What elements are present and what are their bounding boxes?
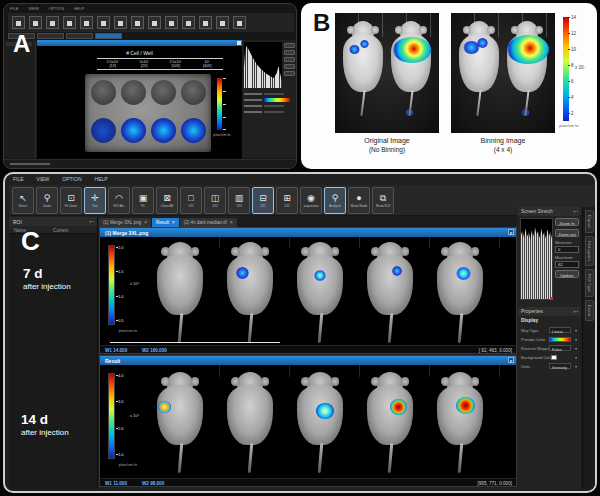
scrollbar[interactable] <box>110 342 280 344</box>
chevron-down-icon[interactable]: ▾ <box>575 328 577 333</box>
timepoint-annotation-14d: 14 d after injection <box>21 412 69 437</box>
menu-file[interactable]: FILE <box>10 6 18 11</box>
analysis-button[interactable]: ⚲Analysis <box>324 187 346 214</box>
color-value-dots: · · · <box>559 356 570 360</box>
side-tab-event[interactable]: Event <box>585 300 594 321</box>
close-icon[interactable]: × <box>230 220 233 228</box>
fit-button[interactable]: ▣Fit <box>132 187 154 214</box>
tool-icon[interactable] <box>199 16 212 29</box>
panel-a-toolbar <box>8 13 294 32</box>
maximum-input[interactable] <box>555 261 579 268</box>
panel-a-statusbar <box>4 159 296 168</box>
tool-icon[interactable] <box>12 16 25 29</box>
viewer1-titlebar[interactable]: (1) Merge 3XL.png× <box>100 228 516 237</box>
tool-icon[interactable] <box>63 16 76 29</box>
map-type-value[interactable]: Linear <box>549 327 571 333</box>
layout-1x1-button[interactable]: □1X1 <box>180 187 202 214</box>
more-icon[interactable]: ▾ <box>575 355 577 360</box>
tab-result[interactable]: Result× <box>152 218 179 227</box>
tool-icon[interactable] <box>131 16 144 29</box>
tool-icon[interactable] <box>97 16 110 29</box>
viewer1-canvas[interactable]: 2.0 1.5 1.0 0.5 x 10⁶ p/sec/cm²/sr <box>100 237 516 347</box>
right-dock: Screen Stretch▾ ▪ Zoom In Zoom out Minim… <box>518 207 580 489</box>
panel-pin-icons[interactable]: ▾ ▪ <box>89 219 94 224</box>
panel-pin-icons[interactable]: ▾ ▪ <box>573 309 578 314</box>
show-roi-button[interactable]: ⧉Show ROI <box>372 187 394 214</box>
menu-view[interactable]: VIEW <box>28 6 38 11</box>
menu-help[interactable]: HELP <box>95 176 108 182</box>
stretch-histogram[interactable] <box>520 218 553 300</box>
pan-button[interactable]: ✛Pan <box>84 187 106 214</box>
layout-2x2-button[interactable]: ⊞2X2 <box>276 187 298 214</box>
tool-icon[interactable] <box>233 16 246 29</box>
tool-icon[interactable] <box>46 16 59 29</box>
close-icon[interactable]: × <box>172 220 175 228</box>
side-tab-histogram[interactable]: Histogram <box>585 236 594 266</box>
mini-button[interactable] <box>284 43 295 48</box>
tool-icon[interactable] <box>114 16 127 29</box>
tab-dark-median[interactable]: (2) 4x dark median.tif× <box>180 218 237 227</box>
chevron-down-icon[interactable]: ▾ <box>575 337 577 342</box>
fit-zoom-icon: ⊡ <box>67 193 75 204</box>
zoom-icon: ⚲ <box>44 193 51 204</box>
minimum-input[interactable] <box>555 246 579 253</box>
mask-mode-button[interactable]: ●Mask Mode <box>348 187 370 214</box>
viewer2-canvas[interactable]: 4.0 3.0 2.0 1.0 x 10⁶ p/sec/cm²/sr <box>100 365 516 480</box>
tool-icon[interactable] <box>80 16 93 29</box>
tool-icon[interactable] <box>216 16 229 29</box>
menu-file[interactable]: FILE <box>13 176 24 182</box>
catheter-hub <box>522 109 529 116</box>
histogram-handle[interactable] <box>550 297 553 300</box>
tool-icon[interactable] <box>148 16 161 29</box>
image-tab[interactable] <box>37 33 64 39</box>
close-icon[interactable]: × <box>508 357 514 363</box>
tool-icon[interactable] <box>165 16 178 29</box>
layout-1x3-button[interactable]: ▥1X3 <box>228 187 250 214</box>
zoom-out-button[interactable]: Zoom out <box>555 229 579 237</box>
roi-arc-button[interactable]: ◠ROI Arc <box>108 187 130 214</box>
pseudo-color-gradient[interactable] <box>264 98 290 102</box>
tool-icon[interactable] <box>182 16 195 29</box>
units-value[interactable]: Intensity <box>549 363 571 369</box>
tab-merge-image[interactable]: (1) Merge 3XL.png× <box>99 218 151 227</box>
mini-button[interactable] <box>284 64 295 69</box>
tool-icon[interactable] <box>29 16 42 29</box>
layout-2x1-button[interactable]: ⊟2X1 <box>252 187 274 214</box>
panel-a-viewer-canvas[interactable]: # Cell / Well 2.5x10⁵[1X] 5x10⁵[2X] 2.5x… <box>37 46 242 159</box>
menu-help[interactable]: HELP <box>74 6 84 11</box>
panel-a-menubar: FILE VIEW OPTION HELP <box>10 6 84 11</box>
mini-button[interactable] <box>284 71 295 76</box>
luminescence-spot <box>314 270 326 281</box>
acquisition-button[interactable]: ◉acquisition <box>300 187 322 214</box>
close-icon[interactable]: × <box>144 220 147 228</box>
viewer2-titlebar[interactable]: Result× <box>100 356 516 365</box>
fit-zoom-button[interactable]: ⊡Fit Zoom <box>60 187 82 214</box>
close-icon[interactable]: × <box>508 229 514 235</box>
zoom-button[interactable]: ⚲Zoom <box>36 187 58 214</box>
update-button[interactable]: Update <box>555 270 579 278</box>
layout-1x2-button[interactable]: ◫1X2 <box>204 187 226 214</box>
side-tab-export[interactable]: Export <box>585 210 594 233</box>
image-tab[interactable] <box>66 33 93 39</box>
chevron-down-icon[interactable]: ▾ <box>575 364 577 369</box>
select-icon: ↖ <box>19 193 27 204</box>
close-all-button[interactable]: ⊠Close All <box>156 187 178 214</box>
mini-button[interactable] <box>284 50 295 55</box>
catheter-hub <box>406 109 413 116</box>
menu-view[interactable]: VIEW <box>37 176 50 182</box>
colorbar <box>217 78 222 130</box>
cursor-coordinates: [995, 771, 0.000] <box>478 481 512 486</box>
reverse-mapping-value[interactable]: False <box>549 345 571 351</box>
pseudo-color-gradient[interactable] <box>549 337 571 342</box>
chevron-down-icon[interactable]: ▾ <box>575 346 577 351</box>
image-tab-active[interactable] <box>95 33 122 39</box>
mini-button[interactable] <box>284 57 295 62</box>
menu-option[interactable]: OPTION <box>62 176 81 182</box>
select-button[interactable]: ↖Select <box>12 187 34 214</box>
side-tab-roi-type[interactable]: ROI Type <box>585 269 594 297</box>
background-color-swatch[interactable] <box>551 355 557 360</box>
panel-pin-icons[interactable]: ▾ ▪ <box>573 209 578 214</box>
menu-option[interactable]: OPTION <box>49 6 64 11</box>
zoom-in-button[interactable]: Zoom In <box>555 218 579 226</box>
units-label: Units <box>521 364 530 369</box>
